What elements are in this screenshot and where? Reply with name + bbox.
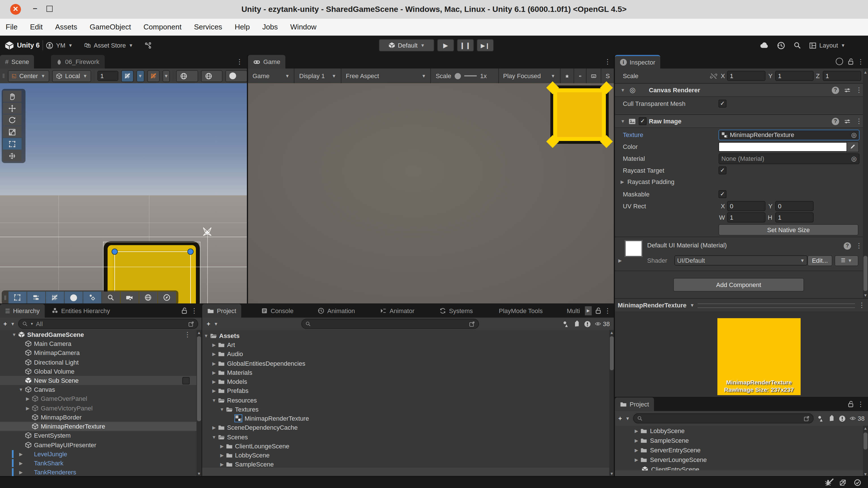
view-options-button[interactable]: [27, 292, 45, 303]
scene-menu-kebab[interactable]: ⋮: [236, 58, 243, 66]
shader-list-button[interactable]: ☰▼: [835, 255, 858, 266]
status-ok-icon[interactable]: [854, 479, 861, 486]
component-kebab[interactable]: ⋮: [856, 86, 862, 94]
tab-game[interactable]: Game: [248, 55, 285, 68]
list-item[interactable]: ▶SampleScene: [615, 436, 863, 445]
scale-y-field[interactable]: 1: [775, 71, 814, 81]
step-button[interactable]: ▶❙: [477, 39, 494, 52]
display-dropdown[interactable]: Display 1▼: [295, 68, 341, 83]
orientation-overlay-button[interactable]: [158, 292, 176, 303]
tab-console[interactable]: Console: [256, 304, 299, 317]
maskable-checkbox[interactable]: ✓: [718, 190, 726, 198]
hidden-warning-icon[interactable]: [584, 320, 591, 328]
list-item[interactable]: ▶ServerLoungeScene: [615, 455, 863, 464]
visible-count[interactable]: 38: [594, 321, 610, 327]
uv-y-field[interactable]: 0: [775, 201, 814, 211]
lock-icon[interactable]: [594, 307, 602, 314]
anchor-handle-topleft[interactable]: [112, 248, 118, 255]
tab-playmode-tools[interactable]: PlayMode Tools: [494, 304, 548, 317]
list-item[interactable]: ▶ServerEntryScene: [615, 446, 863, 455]
project-center-search[interactable]: [301, 319, 479, 329]
advanced-search-icon[interactable]: [469, 321, 475, 327]
debugger-disabled-icon[interactable]: [825, 479, 832, 486]
tree-item[interactable]: ▼SharedGameScene ⋮: [0, 330, 196, 339]
version-control-icon[interactable]: [144, 41, 152, 49]
space-dropdown[interactable]: Local▼: [52, 70, 91, 82]
add-component-button[interactable]: Add Component: [673, 278, 804, 292]
material-kebab[interactable]: ⋮: [856, 242, 862, 250]
menu-jobs[interactable]: Jobs: [262, 23, 278, 31]
grid-visibility-caret[interactable]: ▼: [136, 70, 144, 82]
subscene-checkbox[interactable]: [182, 377, 190, 385]
menu-help[interactable]: Help: [235, 23, 250, 31]
object-picker-icon[interactable]: ◎: [851, 155, 857, 162]
scale-z-field[interactable]: 1: [823, 71, 861, 81]
add-asset-button[interactable]: +: [618, 415, 622, 422]
layout-mode-dropdown[interactable]: Default▼: [379, 39, 434, 52]
eyedropper-button[interactable]: [846, 141, 859, 152]
uv-w-field[interactable]: 1: [727, 212, 766, 222]
game-target-dropdown[interactable]: Game▼: [248, 68, 295, 83]
hierarchy-kebab[interactable]: ⋮: [191, 307, 197, 315]
lock-icon[interactable]: [181, 307, 188, 314]
help-icon[interactable]: ?: [832, 86, 839, 94]
cull-transparent-checkbox[interactable]: ✓: [718, 100, 726, 108]
rect-overlay-button[interactable]: [8, 292, 26, 303]
menu-window[interactable]: Window: [290, 23, 316, 31]
hierarchy-scrollbar[interactable]: ▲ ▼: [196, 330, 202, 476]
color-swatch[interactable]: [718, 142, 847, 151]
shading-mode-button[interactable]: [176, 70, 198, 82]
tab-animation[interactable]: Animation: [313, 304, 360, 317]
help-icon[interactable]: ?: [832, 118, 839, 125]
scale-slider[interactable]: Scale 1x: [431, 68, 499, 83]
search-overlay-button[interactable]: [102, 292, 120, 303]
project-right-kebab[interactable]: ⋮: [857, 400, 864, 408]
inspector-menu-kebab[interactable]: ⋮: [857, 58, 864, 66]
search-by-type-icon[interactable]: [817, 415, 825, 422]
pause-button[interactable]: ❙❙: [457, 39, 474, 52]
anchor-pivot-gizmo[interactable]: [201, 225, 213, 238]
gizmos-shapes-button[interactable]: [83, 292, 101, 303]
component-kebab[interactable]: ⋮: [856, 117, 862, 125]
set-native-size-button[interactable]: Set Native Size: [718, 224, 858, 236]
lighting-toggle-button[interactable]: [201, 70, 223, 82]
layout-dropdown[interactable]: Layout▼: [809, 41, 845, 49]
collab-disabled-icon[interactable]: [839, 479, 846, 486]
tab-animator[interactable]: Animator: [375, 304, 420, 317]
canvas-renderer-header[interactable]: ▼ ◎ Canvas Renderer ? ⋮: [615, 83, 868, 97]
menu-assets[interactable]: Assets: [55, 23, 77, 31]
object-picker-icon[interactable]: ◎: [851, 131, 857, 139]
audio-toggle-button[interactable]: [226, 70, 247, 82]
focus-dropdown[interactable]: Play Focused▼: [499, 68, 560, 83]
hierarchy-search[interactable]: ▼ All: [19, 319, 198, 329]
lock-icon[interactable]: [847, 58, 855, 65]
grid-toggle-button[interactable]: [45, 292, 64, 303]
menu-gameobject[interactable]: GameObject: [90, 23, 131, 31]
tab-multiplayer[interactable]: Multi: [562, 304, 581, 317]
stats-grid-button[interactable]: [586, 68, 601, 83]
camera-overlay-button[interactable]: [120, 292, 138, 303]
move-tool[interactable]: [3, 102, 22, 114]
menu-component[interactable]: Component: [144, 23, 182, 31]
snap-settings-caret[interactable]: ▼: [162, 70, 170, 82]
ghost-circle-icon[interactable]: [836, 58, 843, 65]
list-item[interactable]: ▶LobbyScene: [615, 426, 863, 435]
menu-services[interactable]: Services: [194, 23, 222, 31]
tab-project[interactable]: Project: [202, 304, 242, 317]
inspector-scrollbar[interactable]: ▲ ▼: [863, 69, 868, 298]
raw-image-header[interactable]: ▼ ✓ Raw Image ? ⋮: [615, 114, 868, 128]
account-dropdown[interactable]: YM: [56, 42, 65, 49]
mute-audio-button[interactable]: [574, 68, 586, 83]
pivot-dropdown[interactable]: ◱ Center▼: [8, 70, 49, 82]
project-right-search[interactable]: [633, 413, 814, 424]
hand-tool[interactable]: [3, 91, 22, 102]
game-menu-kebab[interactable]: ⋮: [604, 58, 611, 66]
stats-button[interactable]: S: [601, 68, 614, 83]
tree-item[interactable]: New Sub Scene: [0, 376, 196, 385]
menu-file[interactable]: File: [6, 23, 18, 31]
preset-icon[interactable]: [844, 86, 851, 94]
raycast-padding-row[interactable]: ▶ Raycast Padding: [615, 176, 860, 187]
preset-icon[interactable]: [844, 118, 851, 125]
search-by-type-icon[interactable]: [562, 320, 569, 328]
rect-tool[interactable]: [3, 138, 22, 149]
